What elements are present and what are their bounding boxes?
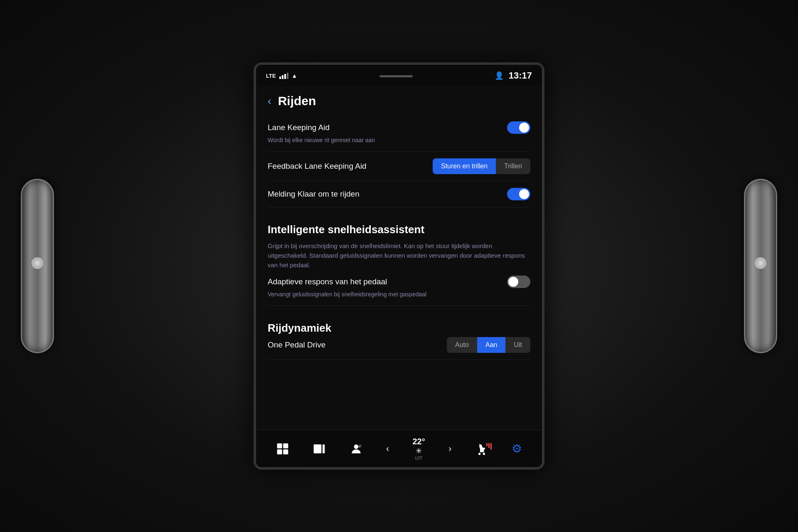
fan-icon: ✳: [416, 446, 422, 456]
settings-list: Lane Keeping Aid Wordt bij elke nieuwe r…: [268, 115, 530, 360]
navigation-arrow-icon: ▲: [292, 72, 298, 79]
feedback-lane-keeping-aid-row: Feedback Lane Keeping Aid Sturen en tril…: [268, 158, 530, 174]
back-button[interactable]: ‹: [268, 96, 271, 106]
svg-point-10: [483, 453, 485, 455]
one-pedal-drive-row: One Pedal Drive Auto Aan Uit: [268, 337, 530, 353]
main-content: ‹ Rijden Lane Keeping Aid Wordt bij elke…: [256, 86, 542, 430]
infotainment-screen: LTE ▲ 👤 13:17 ‹ Rijden: [254, 62, 544, 470]
svg-point-9: [478, 453, 480, 455]
adaptive-pedal-toggle[interactable]: [507, 276, 530, 288]
bottom-bar: ✓ ‹ 22° ✳ UIT ›: [256, 430, 542, 467]
segment-uit[interactable]: Uit: [505, 337, 530, 353]
left-vent: [21, 179, 54, 353]
media-button[interactable]: [313, 442, 326, 456]
feedback-lane-keeping-aid-item: Feedback Lane Keeping Aid Sturen en tril…: [268, 152, 530, 181]
media-icon: [313, 442, 326, 456]
lane-keeping-aid-item: Lane Keeping Aid Wordt bij elke nieuwe r…: [268, 115, 530, 152]
temperature-sublabel: UIT: [415, 456, 423, 461]
segment-sturen-trillen[interactable]: Sturen en trillen: [433, 158, 496, 174]
adaptive-pedal-row: Adaptieve respons van het pedaal: [268, 276, 530, 288]
page-title: Rijden: [278, 94, 316, 108]
seat-button[interactable]: [475, 442, 488, 456]
page-header: ‹ Rijden: [268, 86, 530, 115]
temperature-display[interactable]: 22° ✳ UIT: [412, 437, 425, 461]
car-surround: LTE ▲ 👤 13:17 ‹ Rijden: [0, 0, 798, 532]
rijdynamiek-section: Rijdynamiek One Pedal Drive Auto Aan Uit: [268, 306, 530, 360]
melding-klaar-row: Melding Klaar om te rijden: [268, 188, 530, 200]
segment-trillen[interactable]: Trillen: [496, 158, 530, 174]
adaptive-pedal-label: Adaptieve respons van het pedaal: [268, 277, 387, 286]
svg-text:✓: ✓: [358, 445, 361, 448]
svg-rect-4: [314, 444, 322, 453]
top-pill: [379, 75, 413, 77]
status-bar: LTE ▲ 👤 13:17: [256, 65, 542, 86]
intelligent-speed-assist-heading: Intelligente snelheidsassistent: [268, 214, 530, 239]
one-pedal-segment-control: Auto Aan Uit: [447, 337, 530, 353]
segment-auto[interactable]: Auto: [447, 337, 477, 353]
right-vent-knob: [755, 257, 766, 269]
phone-icon: ✓: [350, 442, 363, 456]
lane-keeping-aid-sublabel: Wordt bij elke nieuwe rit gereset naar a…: [268, 136, 530, 145]
phone-button[interactable]: ✓: [350, 442, 363, 456]
seat-heat-indicator: [486, 443, 492, 450]
lte-indicator: LTE: [266, 73, 276, 79]
toggle-knob-3: [508, 277, 518, 287]
status-right: 👤 13:17: [495, 70, 532, 81]
signal-strength: [279, 73, 288, 79]
svg-rect-0: [277, 443, 282, 448]
left-vent-knob: [32, 257, 43, 269]
home-grid-button[interactable]: [276, 442, 289, 456]
svg-rect-2: [277, 449, 282, 454]
feedback-segment-control: Sturen en trillen Trillen: [433, 158, 530, 174]
svg-rect-1: [283, 443, 288, 448]
toggle-knob-2: [519, 189, 529, 199]
toggle-knob: [519, 123, 529, 133]
status-left: LTE ▲: [266, 72, 297, 79]
settings-button[interactable]: ⚙: [512, 442, 522, 456]
lane-keeping-aid-row: Lane Keeping Aid: [268, 121, 530, 134]
nav-forward-chevron[interactable]: ›: [448, 443, 451, 454]
time-display: 13:17: [509, 70, 532, 81]
svg-rect-5: [323, 444, 325, 453]
account-icon: 👤: [495, 71, 504, 80]
melding-klaar-toggle[interactable]: [507, 188, 530, 200]
segment-aan[interactable]: Aan: [477, 337, 505, 353]
intelligent-speed-assist-description: Grijpt in bij overschrijding van de snel…: [268, 239, 530, 276]
svg-rect-3: [283, 449, 288, 454]
melding-klaar-label: Melding Klaar om te rijden: [268, 190, 360, 199]
temperature-value: 22°: [412, 437, 425, 446]
gear-icon: ⚙: [512, 442, 522, 456]
svg-point-6: [354, 444, 358, 449]
adaptive-pedal-sublabel: Vervangt geluidssignalen bij snelheidsre…: [268, 291, 530, 299]
rijdynamiek-heading: Rijdynamiek: [268, 313, 530, 337]
one-pedal-drive-label: One Pedal Drive: [268, 340, 325, 350]
nav-back-chevron[interactable]: ‹: [386, 443, 389, 454]
intelligent-speed-assist-section: Intelligente snelheidsassistent Grijpt i…: [268, 207, 530, 306]
feedback-lane-keeping-aid-label: Feedback Lane Keeping Aid: [268, 162, 367, 171]
home-grid-icon: [276, 442, 289, 456]
right-vent: [744, 179, 777, 353]
melding-klaar-item: Melding Klaar om te rijden: [268, 181, 530, 207]
lane-keeping-aid-toggle[interactable]: [507, 121, 530, 134]
lane-keeping-aid-label: Lane Keeping Aid: [268, 123, 330, 132]
